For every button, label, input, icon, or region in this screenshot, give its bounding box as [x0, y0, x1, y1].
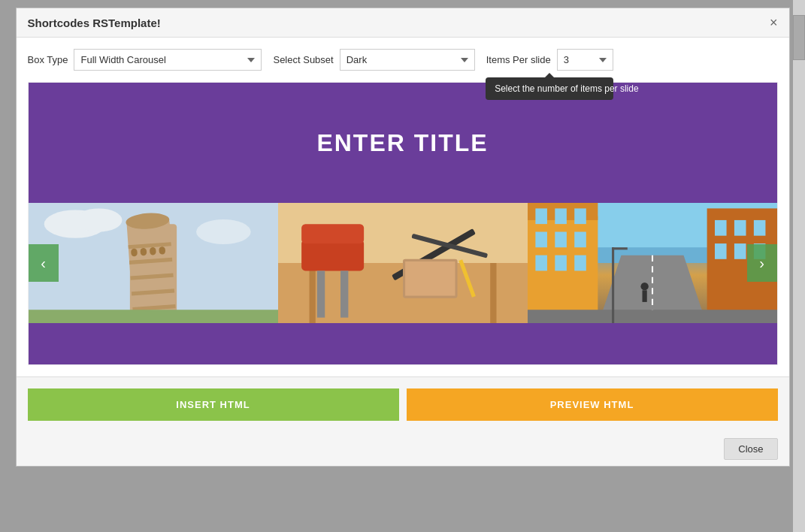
- box-type-label: Box Type: [28, 54, 68, 65]
- subset-label: Select Subset: [273, 54, 333, 65]
- carousel-prev-button[interactable]: ‹: [29, 244, 59, 282]
- svg-point-2: [75, 208, 122, 231]
- modal-footer-buttons: INSERT HTML PREVIEW HTML: [17, 376, 789, 432]
- modal-close-footer: Close: [17, 432, 789, 466]
- svg-rect-21: [301, 240, 364, 271]
- modal-dialog: Shortcodes RSTemplate! × Box Type Full W…: [16, 8, 790, 467]
- svg-rect-54: [612, 247, 628, 249]
- scrollbar[interactable]: [793, 0, 805, 532]
- svg-rect-47: [715, 243, 727, 259]
- chevron-left-icon: ‹: [41, 255, 46, 272]
- svg-rect-16: [29, 310, 278, 323]
- items-per-slide-label: Items Per slide: [486, 54, 551, 65]
- svg-rect-24: [301, 224, 364, 243]
- preview-html-button[interactable]: PREVIEW HTML: [407, 388, 778, 421]
- controls-row: Box Type Full Width Carousel Standard Ca…: [28, 49, 778, 71]
- svg-rect-48: [734, 243, 746, 259]
- svg-rect-56: [642, 290, 646, 302]
- subset-group: Select Subset Dark Light Custom: [273, 49, 474, 71]
- carousel-preview: ENTER TITLE ‹: [28, 82, 778, 365]
- svg-rect-36: [574, 208, 586, 224]
- carousel-images-row: ‹: [29, 203, 777, 323]
- items-per-slide-select[interactable]: 1 2 3 4 5: [557, 49, 613, 71]
- svg-point-55: [640, 283, 648, 290]
- svg-rect-42: [574, 255, 586, 271]
- carousel-image-tower: [29, 203, 278, 323]
- carousel-image-desk: [278, 203, 528, 323]
- items-per-slide-group: Items Per slide 1 2 3 4 5 Select the num…: [486, 49, 613, 71]
- modal-title: Shortcodes RSTemplate!: [28, 17, 161, 29]
- close-button[interactable]: Close: [724, 438, 777, 460]
- svg-rect-41: [555, 255, 567, 271]
- svg-rect-38: [555, 232, 567, 248]
- box-type-select[interactable]: Full Width Carousel Standard Carousel Gr…: [74, 49, 262, 71]
- svg-rect-35: [555, 208, 567, 224]
- svg-rect-46: [753, 220, 765, 236]
- page-background: Shortcodes RSTemplate! × Box Type Full W…: [0, 0, 805, 532]
- carousel-next-button[interactable]: ›: [747, 244, 777, 282]
- svg-rect-22: [316, 271, 324, 317]
- svg-rect-53: [612, 247, 614, 323]
- modal-body: Box Type Full Width Carousel Standard Ca…: [17, 38, 789, 376]
- svg-rect-40: [535, 255, 547, 271]
- carousel-header: ENTER TITLE: [29, 83, 777, 203]
- scrollbar-thumb[interactable]: [793, 15, 805, 60]
- svg-rect-28: [405, 261, 455, 296]
- svg-rect-19: [309, 263, 315, 323]
- svg-rect-44: [715, 220, 727, 236]
- svg-rect-20: [490, 263, 496, 323]
- modal-close-button[interactable]: ×: [770, 16, 778, 29]
- carousel-footer: [29, 323, 777, 364]
- svg-rect-37: [535, 232, 547, 248]
- modal-header: Shortcodes RSTemplate! ×: [17, 8, 789, 38]
- chevron-right-icon: ›: [759, 255, 764, 272]
- svg-rect-39: [574, 232, 586, 248]
- carousel-image-street: [528, 203, 777, 323]
- box-type-group: Box Type Full Width Carousel Standard Ca…: [28, 49, 262, 71]
- carousel-title: ENTER TITLE: [316, 129, 488, 157]
- subset-select[interactable]: Dark Light Custom: [340, 49, 475, 71]
- svg-rect-23: [340, 271, 348, 317]
- svg-rect-45: [734, 220, 746, 236]
- insert-html-button[interactable]: INSERT HTML: [28, 388, 399, 421]
- svg-rect-34: [535, 208, 547, 224]
- svg-rect-52: [528, 310, 777, 323]
- svg-point-3: [196, 219, 251, 244]
- items-tooltip: Select the number of items per slide: [486, 77, 613, 100]
